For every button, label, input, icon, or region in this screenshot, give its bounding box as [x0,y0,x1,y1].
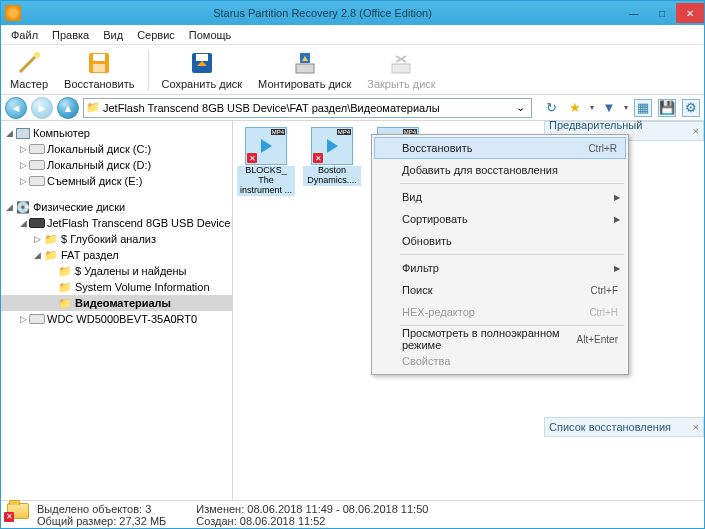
mount-icon [291,49,319,77]
file-label: BLOCKS_ The instrument ... [237,166,295,196]
tree-video-materials[interactable]: 📁Видеоматериалы [1,295,232,311]
star-icon[interactable]: ★ [566,99,584,117]
minimize-button[interactable]: — [620,3,648,23]
ctx-filter[interactable]: Фильтр [374,257,626,279]
close-icon[interactable]: × [693,421,699,433]
close-disk-button: Закрыть диск [364,47,438,92]
folder-deleted-icon: ✕ [7,503,31,527]
separator [400,254,624,255]
usb-icon [29,216,45,230]
menu-service[interactable]: Сервис [131,27,181,43]
file-item[interactable]: MP4✕ BLOCKS_ The instrument ... [237,127,295,196]
tree-physical-disks[interactable]: ◢💽Физические диски [1,199,232,215]
play-icon [327,139,338,153]
tree-local-c[interactable]: ▷Локальный диск (C:) [1,141,232,157]
svg-point-1 [34,52,40,58]
path-text: JetFlash Transcend 8GB USB Device\FAT ра… [103,102,440,114]
menu-edit[interactable]: Правка [46,27,95,43]
ctx-refresh[interactable]: Обновить [374,230,626,252]
refresh-icon[interactable]: ↻ [542,99,560,117]
app-icon [5,5,21,21]
wizard-button[interactable]: Мастер [7,47,51,92]
maximize-button[interactable]: □ [648,3,676,23]
disks-icon: 💽 [15,200,31,214]
toolbar: Мастер Восстановить Сохранить диск Монти… [1,45,704,95]
menu-file[interactable]: Файл [5,27,44,43]
ctx-sort[interactable]: Сортировать [374,208,626,230]
filter-icon[interactable]: ▼ [600,99,618,117]
ctx-search[interactable]: ПоискCtrl+F [374,279,626,301]
path-dropdown-icon[interactable]: ⌄ [512,101,529,114]
context-menu: ВосстановитьCtrl+R Добавить для восстано… [371,134,629,375]
menubar: Файл Правка Вид Сервис Помощь [1,25,704,45]
deleted-mark-icon: ✕ [247,153,257,163]
menu-help[interactable]: Помощь [183,27,238,43]
view-mode-icon[interactable]: ▦ [634,99,652,117]
path-folder-icon: 📁 [86,101,100,114]
folder-icon: 📁 [57,280,73,294]
drive-icon [29,174,45,188]
file-label: Boston Dynamics.... [303,166,361,186]
tree-local-d[interactable]: ▷Локальный диск (D:) [1,157,232,173]
tree-removable-e[interactable]: ▷Съемный диск (E:) [1,173,232,189]
folder-tree[interactable]: ◢Компьютер ▷Локальный диск (C:) ▷Локальн… [1,121,233,501]
save-disk-button[interactable]: Сохранить диск [159,47,246,92]
tree-svi[interactable]: 📁System Volume Information [1,279,232,295]
close-disk-icon [387,49,415,77]
nav-forward-button[interactable]: ► [31,97,53,119]
folder-icon: 📁 [57,296,73,310]
play-icon [261,139,272,153]
deleted-mark-icon: ✕ [313,153,323,163]
separator [400,183,624,184]
dropdown-icon[interactable]: ▾ [590,103,594,112]
recovery-list-panel-header[interactable]: Список восстановления× [544,417,704,437]
separator [400,325,624,326]
nav-up-button[interactable]: ▲ [57,97,79,119]
close-button[interactable]: ✕ [676,3,704,23]
ctx-properties: Свойства [374,350,626,372]
svg-line-0 [20,56,36,72]
close-icon[interactable]: × [693,125,699,137]
tree-deleted-found[interactable]: 📁$ Удалены и найдены [1,263,232,279]
tree-fat-partition[interactable]: ◢📁FAT раздел [1,247,232,263]
folder-icon: 📁 [43,232,59,246]
tree-deep-analysis[interactable]: ▷📁$ Глубокий анализ [1,231,232,247]
address-bar: ◄ ► ▲ 📁 JetFlash Transcend 8GB USB Devic… [1,95,704,121]
recover-button[interactable]: Восстановить [61,47,137,92]
drive-icon [29,158,45,172]
file-item[interactable]: MP4✕ Boston Dynamics.... [303,127,361,196]
svg-rect-11 [392,64,410,73]
options-icon[interactable]: ⚙ [682,99,700,117]
separator [148,50,149,90]
ctx-recover[interactable]: ВосстановитьCtrl+R [374,137,626,159]
tree-jetflash[interactable]: ◢JetFlash Transcend 8GB USB Device [1,215,232,231]
svg-rect-4 [93,64,105,72]
save-icon[interactable]: 💾 [658,99,676,117]
svg-rect-8 [296,64,314,73]
drive-icon [29,142,45,156]
hdd-icon [29,312,45,326]
ctx-add-for-recovery[interactable]: Добавить для восстановления [374,159,626,181]
tree-computer[interactable]: ◢Компьютер [1,125,232,141]
computer-icon [15,126,31,140]
floppy-blue-icon [188,49,216,77]
floppy-orange-icon [85,49,113,77]
ctx-fullscreen[interactable]: Просмотреть в полноэкранном режимеAlt+En… [374,328,626,350]
ctx-hex-editor: HEX-редакторCtrl+H [374,301,626,323]
dropdown-icon[interactable]: ▾ [624,103,628,112]
path-input[interactable]: 📁 JetFlash Transcend 8GB USB Device\FAT … [83,98,532,118]
folder-icon: 📁 [57,264,73,278]
ctx-view[interactable]: Вид [374,186,626,208]
mount-disk-button[interactable]: Монтировать диск [255,47,354,92]
tree-wdc[interactable]: ▷WDC WD5000BEVT-35A0RT0 [1,311,232,327]
window-title: Starus Partition Recovery 2.8 (Office Ed… [25,7,620,19]
svg-rect-6 [196,54,208,61]
svg-rect-3 [93,54,105,61]
menu-view[interactable]: Вид [97,27,129,43]
titlebar: Starus Partition Recovery 2.8 (Office Ed… [1,1,704,25]
nav-back-button[interactable]: ◄ [5,97,27,119]
folder-icon: 📁 [43,248,59,262]
status-bar: ✕ Выделено объектов: 3 Общий размер: 27,… [1,500,704,528]
wand-icon [15,49,43,77]
